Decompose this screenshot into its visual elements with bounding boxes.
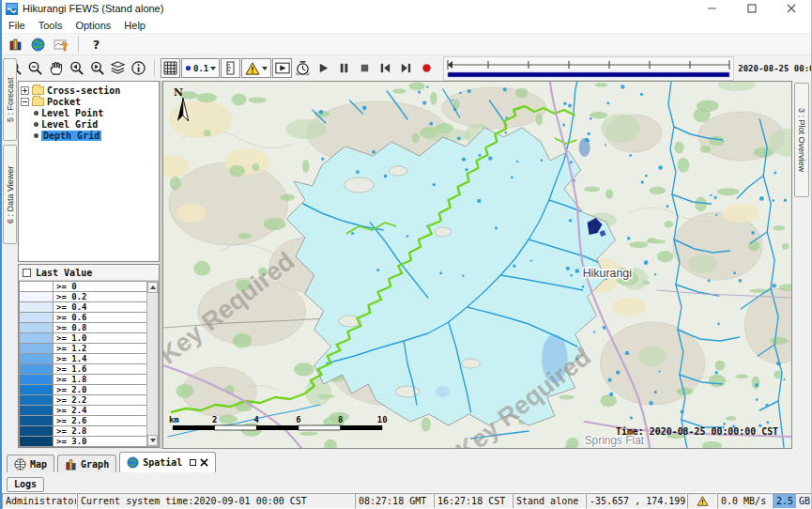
menu-tools[interactable]: Tools	[32, 20, 69, 31]
tree-item-level-point[interactable]: Level Point	[41, 108, 103, 118]
legend-row[interactable]: >= 2.6	[20, 416, 146, 426]
legend-row[interactable]: >= 0.8	[20, 323, 146, 333]
contour-dot-icon	[185, 65, 192, 71]
stop-button[interactable]	[355, 58, 375, 78]
legend-row[interactable]: >= 1.2	[20, 344, 146, 354]
tree-row[interactable]: Cross-section	[21, 85, 157, 96]
legend-row[interactable]: >= 0.2	[20, 292, 146, 302]
tab-map[interactable]: Map	[7, 455, 54, 472]
legend-label: >= 3.0	[54, 437, 146, 446]
legend-label: >= 2.4	[54, 406, 146, 415]
layer-bullet-icon	[34, 122, 38, 127]
logs-button[interactable]: Logs	[7, 477, 44, 492]
status-bar: Administrator Current system time:2020-0…	[2, 492, 811, 509]
legend-row[interactable]: >= 1.8	[20, 375, 146, 385]
status-memory: 2.5 GB	[773, 493, 812, 509]
globe-icon[interactable]	[28, 35, 48, 54]
legend-scrollbar[interactable]	[146, 281, 159, 447]
expand-icon[interactable]	[21, 86, 29, 95]
status-mode: Stand alone	[513, 493, 586, 509]
minimize-button[interactable]	[693, 0, 732, 17]
legend-row[interactable]: >= 1.6	[20, 364, 146, 375]
tab-plot-overview[interactable]: 3 : Plot Overview	[794, 83, 809, 197]
database-icon[interactable]	[6, 35, 25, 54]
tree-row[interactable]: Pocket	[21, 96, 157, 107]
legend-row[interactable]: >= 2.8	[20, 426, 146, 437]
collapse-icon[interactable]	[21, 98, 29, 106]
tree-item-pocket[interactable]: Pocket	[47, 97, 81, 107]
tab-spatial-label: Spatial	[143, 457, 182, 468]
help-icon[interactable]: ?	[86, 35, 106, 54]
record-button[interactable]	[417, 58, 437, 78]
tree-row[interactable]: Level Point	[21, 107, 157, 118]
play-button[interactable]	[314, 58, 333, 78]
tab-forecast[interactable]: 5 : Forecast	[3, 58, 17, 141]
legend-row[interactable]: >= 2.2	[20, 395, 146, 406]
scale-ruler-button[interactable]	[221, 58, 240, 78]
legend-color-swatch	[20, 395, 54, 405]
animation-player-button[interactable]	[272, 58, 292, 78]
left-tab-strip: 5 : Forecast 6 : Data Viewer	[2, 81, 17, 449]
town-label: Hikurangi	[583, 267, 632, 280]
restore-panel-icon[interactable]	[190, 459, 196, 466]
contour-threshold-dropdown[interactable]: 0.1	[181, 58, 220, 78]
tree-item-level-grid[interactable]: Level Grid	[41, 119, 98, 130]
info-icon[interactable]	[129, 58, 148, 78]
menu-help[interactable]: Help	[117, 20, 152, 31]
map-view[interactable]: API Key Required API Key Required Hikura…	[162, 81, 792, 449]
legend-color-swatch	[20, 344, 54, 353]
legend-label: >= 2.2	[54, 395, 146, 405]
legend-title: Last Value	[36, 268, 92, 278]
zoom-out-icon[interactable]	[25, 58, 45, 78]
legend-row[interactable]: >= 1.4	[20, 354, 146, 364]
time-slider-thumb[interactable]	[448, 61, 452, 69]
scroll-down-icon[interactable]	[147, 435, 158, 446]
zoom-next-icon[interactable]	[87, 58, 107, 78]
legend-color-swatch	[20, 406, 54, 415]
tab-data-viewer[interactable]: 6 : Data Viewer	[3, 145, 17, 244]
last-value-checkbox[interactable]	[23, 269, 31, 277]
time-slider[interactable]	[443, 56, 734, 81]
close-button[interactable]	[772, 0, 811, 17]
right-tab-strip: 3 : Plot Overview	[792, 81, 811, 449]
warning-threshold-dropdown[interactable]	[241, 58, 271, 78]
status-coordinates: -35.657 , 174.199	[586, 493, 687, 509]
pause-button[interactable]	[334, 58, 354, 78]
legend-row[interactable]: >= 1.0	[20, 333, 146, 344]
skip-to-end-button[interactable]	[396, 58, 416, 78]
status-warning-cell[interactable]	[687, 493, 717, 509]
tree-row[interactable]: Level Grid	[21, 118, 157, 130]
legend-label: >= 0.6	[54, 313, 146, 322]
menu-file[interactable]: File	[2, 20, 32, 31]
profile-chart-icon[interactable]	[51, 35, 70, 54]
pan-hand-icon[interactable]	[46, 58, 66, 78]
layer-tree: Cross-section Pocket Level Point Level G…	[18, 81, 160, 262]
scroll-up-icon[interactable]	[147, 282, 158, 293]
tree-item-depth-grid[interactable]: Depth Grid	[41, 131, 101, 141]
legend-row[interactable]: >= 0	[20, 282, 146, 292]
grid-layer-button[interactable]	[161, 58, 180, 78]
tree-item-cross-section[interactable]: Cross-section	[47, 85, 120, 96]
main-area: 5 : Forecast 6 : Data Viewer Cross-secti…	[2, 81, 811, 449]
legend-color-swatch	[20, 416, 54, 425]
legend-row[interactable]: >= 0.6	[20, 313, 146, 323]
title-bar[interactable]: Hikurangi FEWS (Stand alone)	[2, 0, 811, 17]
maximize-button[interactable]	[732, 0, 772, 17]
close-panel-icon[interactable]	[200, 458, 208, 467]
memory-label: 2.5 GB	[776, 496, 810, 506]
tab-spatial[interactable]: Spatial	[119, 452, 216, 472]
zoom-previous-icon[interactable]	[67, 58, 86, 78]
legend-row[interactable]: >= 0.4	[20, 302, 146, 313]
warning-icon	[245, 62, 260, 75]
layers-icon[interactable]	[108, 58, 128, 78]
tab-graph[interactable]: Graph	[57, 455, 116, 472]
status-gmt-time: 08:27:18 GMT	[355, 493, 434, 509]
menu-options[interactable]: Options	[69, 20, 117, 31]
legend-row[interactable]: >= 3.0	[20, 437, 146, 447]
skip-to-start-button[interactable]	[375, 58, 395, 78]
legend-row[interactable]: >= 2.4	[20, 406, 146, 416]
folder-icon	[32, 86, 44, 95]
tree-row[interactable]: Depth Grid	[21, 130, 157, 141]
legend-row[interactable]: >= 2.0	[20, 385, 146, 395]
animation-timer-icon[interactable]	[293, 58, 313, 78]
